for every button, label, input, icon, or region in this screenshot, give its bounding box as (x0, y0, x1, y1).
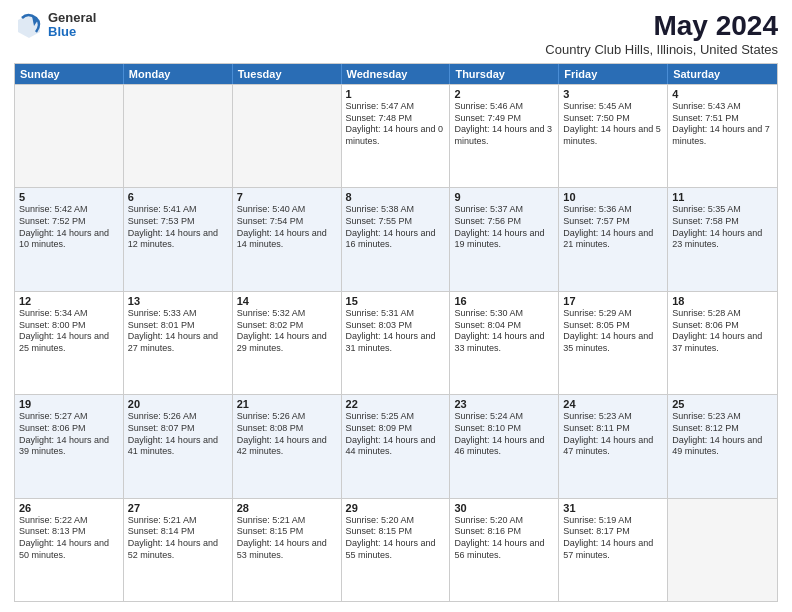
sunset-text: Sunset: 7:51 PM (672, 113, 773, 125)
calendar-row-3: 19Sunrise: 5:27 AMSunset: 8:06 PMDayligh… (15, 394, 777, 497)
day-number: 20 (128, 398, 228, 410)
sunset-text: Sunset: 8:09 PM (346, 423, 446, 435)
daylight-text: Daylight: 14 hours and 27 minutes. (128, 331, 228, 354)
sunrise-text: Sunrise: 5:29 AM (563, 308, 663, 320)
sunrise-text: Sunrise: 5:20 AM (454, 515, 554, 527)
cal-cell-empty-0-0 (15, 85, 124, 187)
cal-cell-11: 11Sunrise: 5:35 AMSunset: 7:58 PMDayligh… (668, 188, 777, 290)
cal-cell-8: 8Sunrise: 5:38 AMSunset: 7:55 PMDaylight… (342, 188, 451, 290)
sunset-text: Sunset: 8:06 PM (672, 320, 773, 332)
daylight-text: Daylight: 14 hours and 29 minutes. (237, 331, 337, 354)
sunrise-text: Sunrise: 5:21 AM (237, 515, 337, 527)
day-number: 9 (454, 191, 554, 203)
day-number: 17 (563, 295, 663, 307)
cal-cell-31: 31Sunrise: 5:19 AMSunset: 8:17 PMDayligh… (559, 499, 668, 601)
logo-blue-text: Blue (48, 25, 96, 39)
daylight-text: Daylight: 14 hours and 3 minutes. (454, 124, 554, 147)
cal-cell-13: 13Sunrise: 5:33 AMSunset: 8:01 PMDayligh… (124, 292, 233, 394)
sunrise-text: Sunrise: 5:23 AM (563, 411, 663, 423)
header-day-wednesday: Wednesday (342, 64, 451, 84)
day-number: 25 (672, 398, 773, 410)
sunset-text: Sunset: 7:58 PM (672, 216, 773, 228)
day-number: 19 (19, 398, 119, 410)
sunset-text: Sunset: 8:04 PM (454, 320, 554, 332)
daylight-text: Daylight: 14 hours and 39 minutes. (19, 435, 119, 458)
day-number: 12 (19, 295, 119, 307)
daylight-text: Daylight: 14 hours and 44 minutes. (346, 435, 446, 458)
sunset-text: Sunset: 8:07 PM (128, 423, 228, 435)
cal-cell-1: 1Sunrise: 5:47 AMSunset: 7:48 PMDaylight… (342, 85, 451, 187)
sunrise-text: Sunrise: 5:45 AM (563, 101, 663, 113)
sunrise-text: Sunrise: 5:31 AM (346, 308, 446, 320)
daylight-text: Daylight: 14 hours and 56 minutes. (454, 538, 554, 561)
cal-cell-5: 5Sunrise: 5:42 AMSunset: 7:52 PMDaylight… (15, 188, 124, 290)
cal-cell-27: 27Sunrise: 5:21 AMSunset: 8:14 PMDayligh… (124, 499, 233, 601)
header-day-thursday: Thursday (450, 64, 559, 84)
daylight-text: Daylight: 14 hours and 53 minutes. (237, 538, 337, 561)
day-number: 10 (563, 191, 663, 203)
cal-cell-empty-0-2 (233, 85, 342, 187)
sunrise-text: Sunrise: 5:47 AM (346, 101, 446, 113)
sunset-text: Sunset: 7:50 PM (563, 113, 663, 125)
cal-cell-23: 23Sunrise: 5:24 AMSunset: 8:10 PMDayligh… (450, 395, 559, 497)
sunset-text: Sunset: 8:11 PM (563, 423, 663, 435)
cal-cell-30: 30Sunrise: 5:20 AMSunset: 8:16 PMDayligh… (450, 499, 559, 601)
subtitle: Country Club Hills, Illinois, United Sta… (545, 42, 778, 57)
cal-cell-21: 21Sunrise: 5:26 AMSunset: 8:08 PMDayligh… (233, 395, 342, 497)
header-day-saturday: Saturday (668, 64, 777, 84)
sunset-text: Sunset: 8:14 PM (128, 526, 228, 538)
page: General Blue May 2024 Country Club Hills… (0, 0, 792, 612)
daylight-text: Daylight: 14 hours and 12 minutes. (128, 228, 228, 251)
cal-cell-24: 24Sunrise: 5:23 AMSunset: 8:11 PMDayligh… (559, 395, 668, 497)
main-title: May 2024 (545, 10, 778, 42)
cal-cell-6: 6Sunrise: 5:41 AMSunset: 7:53 PMDaylight… (124, 188, 233, 290)
cal-cell-20: 20Sunrise: 5:26 AMSunset: 8:07 PMDayligh… (124, 395, 233, 497)
sunrise-text: Sunrise: 5:37 AM (454, 204, 554, 216)
sunrise-text: Sunrise: 5:22 AM (19, 515, 119, 527)
logo: General Blue (14, 10, 96, 40)
day-number: 16 (454, 295, 554, 307)
daylight-text: Daylight: 14 hours and 5 minutes. (563, 124, 663, 147)
sunrise-text: Sunrise: 5:24 AM (454, 411, 554, 423)
sunrise-text: Sunrise: 5:20 AM (346, 515, 446, 527)
day-number: 8 (346, 191, 446, 203)
cal-cell-28: 28Sunrise: 5:21 AMSunset: 8:15 PMDayligh… (233, 499, 342, 601)
daylight-text: Daylight: 14 hours and 46 minutes. (454, 435, 554, 458)
sunrise-text: Sunrise: 5:30 AM (454, 308, 554, 320)
calendar-row-1: 5Sunrise: 5:42 AMSunset: 7:52 PMDaylight… (15, 187, 777, 290)
day-number: 11 (672, 191, 773, 203)
sunset-text: Sunset: 8:05 PM (563, 320, 663, 332)
daylight-text: Daylight: 14 hours and 19 minutes. (454, 228, 554, 251)
calendar-row-4: 26Sunrise: 5:22 AMSunset: 8:13 PMDayligh… (15, 498, 777, 601)
sunrise-text: Sunrise: 5:43 AM (672, 101, 773, 113)
sunrise-text: Sunrise: 5:40 AM (237, 204, 337, 216)
day-number: 6 (128, 191, 228, 203)
sunrise-text: Sunrise: 5:46 AM (454, 101, 554, 113)
cal-cell-16: 16Sunrise: 5:30 AMSunset: 8:04 PMDayligh… (450, 292, 559, 394)
sunrise-text: Sunrise: 5:25 AM (346, 411, 446, 423)
day-number: 30 (454, 502, 554, 514)
sunrise-text: Sunrise: 5:42 AM (19, 204, 119, 216)
cal-cell-18: 18Sunrise: 5:28 AMSunset: 8:06 PMDayligh… (668, 292, 777, 394)
day-number: 24 (563, 398, 663, 410)
daylight-text: Daylight: 14 hours and 14 minutes. (237, 228, 337, 251)
day-number: 31 (563, 502, 663, 514)
daylight-text: Daylight: 14 hours and 55 minutes. (346, 538, 446, 561)
cal-cell-26: 26Sunrise: 5:22 AMSunset: 8:13 PMDayligh… (15, 499, 124, 601)
calendar-row-2: 12Sunrise: 5:34 AMSunset: 8:00 PMDayligh… (15, 291, 777, 394)
sunrise-text: Sunrise: 5:34 AM (19, 308, 119, 320)
day-number: 18 (672, 295, 773, 307)
sunset-text: Sunset: 7:54 PM (237, 216, 337, 228)
cal-cell-empty-0-1 (124, 85, 233, 187)
sunrise-text: Sunrise: 5:26 AM (128, 411, 228, 423)
cal-cell-3: 3Sunrise: 5:45 AMSunset: 7:50 PMDaylight… (559, 85, 668, 187)
day-number: 28 (237, 502, 337, 514)
day-number: 27 (128, 502, 228, 514)
sunset-text: Sunset: 8:17 PM (563, 526, 663, 538)
sunset-text: Sunset: 8:10 PM (454, 423, 554, 435)
calendar-row-0: 1Sunrise: 5:47 AMSunset: 7:48 PMDaylight… (15, 84, 777, 187)
day-number: 4 (672, 88, 773, 100)
day-number: 5 (19, 191, 119, 203)
sunrise-text: Sunrise: 5:21 AM (128, 515, 228, 527)
day-number: 13 (128, 295, 228, 307)
